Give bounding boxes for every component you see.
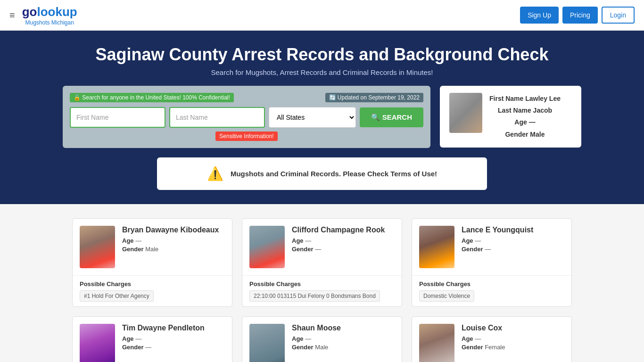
person-gender: Gender — bbox=[462, 246, 533, 253]
featured-person-card[interactable]: First Name Lawley Lee Last Name Jacob Ag… bbox=[440, 86, 581, 148]
featured-person-info: First Name Lawley Lee Last Name Jacob Ag… bbox=[489, 93, 561, 140]
mugshot bbox=[419, 226, 454, 268]
header-left: ≡ golookup Mugshots Michigan bbox=[9, 5, 77, 26]
hero-section: Saginaw County Arrest Records and Backgr… bbox=[0, 31, 644, 204]
person-card[interactable]: Louise Cox Age — Gender Female Possible … bbox=[412, 316, 572, 362]
login-button[interactable]: Login bbox=[602, 7, 635, 24]
alert-text: Mugshots and Criminal Records. Please Ch… bbox=[231, 170, 437, 178]
person-age: Age — bbox=[462, 237, 533, 244]
mugshot bbox=[249, 324, 285, 362]
person-name: Clifford Champagne Rook bbox=[292, 226, 385, 234]
search-top-bar: 🔒 Search for anyone in the United States… bbox=[70, 93, 423, 102]
person-gender: Gender Male bbox=[292, 344, 341, 351]
confidential-badge: 🔒 Search for anyone in the United States… bbox=[70, 93, 234, 102]
logo[interactable]: golookup Mugshots Michigan bbox=[22, 5, 77, 26]
person-name: Louise Cox bbox=[462, 324, 505, 332]
person-grid: Bryan Dawayne Kibodeaux Age — Gender Mal… bbox=[72, 218, 572, 362]
person-name: Bryan Dawayne Kibodeaux bbox=[122, 226, 219, 234]
charge-badge: Domestic Violence bbox=[419, 290, 474, 302]
person-age: Age — bbox=[292, 237, 385, 244]
person-details: Clifford Champagne Rook Age — Gender — bbox=[292, 226, 385, 254]
person-age: Age — bbox=[462, 335, 505, 342]
charges-label: Possible Charges bbox=[249, 280, 395, 288]
person-card-top: Bryan Dawayne Kibodeaux Age — Gender Mal… bbox=[73, 219, 232, 275]
person-age: Age — bbox=[292, 335, 341, 342]
header: ≡ golookup Mugshots Michigan Sign Up Pri… bbox=[0, 0, 644, 31]
charges-label: Possible Charges bbox=[80, 280, 225, 288]
signup-button[interactable]: Sign Up bbox=[520, 7, 559, 24]
charge-badge: 22:10:00 013115 Dui Felony 0 Bondsmans B… bbox=[249, 290, 380, 302]
person-gender: Gender — bbox=[122, 344, 205, 351]
first-name-input[interactable] bbox=[70, 107, 165, 128]
header-nav: Sign Up Pricing Login bbox=[520, 7, 635, 24]
mugshot bbox=[80, 226, 115, 268]
featured-person-avatar bbox=[449, 93, 482, 133]
alert-bar: ⚠️ Mugshots and Criminal Records. Please… bbox=[157, 157, 487, 190]
last-name-input[interactable] bbox=[169, 107, 265, 128]
charges-label: Possible Charges bbox=[419, 280, 564, 288]
person-gender: Gender Female bbox=[462, 344, 505, 351]
person-card-top: Tim Dwayne Pendleton Age — Gender — bbox=[73, 317, 232, 362]
person-details: Tim Dwayne Pendleton Age — Gender — bbox=[122, 324, 205, 352]
person-card-top: Clifford Champagne Rook Age — Gender — bbox=[242, 219, 402, 275]
person-age: Age — bbox=[122, 237, 219, 244]
featured-first-name: First Name Lawley Lee bbox=[489, 93, 561, 105]
person-card[interactable]: Clifford Champagne Rook Age — Gender — P… bbox=[242, 218, 402, 307]
featured-age: Age — bbox=[489, 116, 561, 128]
person-card[interactable]: Tim Dwayne Pendleton Age — Gender — Poss… bbox=[72, 316, 232, 362]
person-details: Bryan Dawayne Kibodeaux Age — Gender Mal… bbox=[122, 226, 219, 254]
person-card-top: Lance E Youngquist Age — Gender — bbox=[412, 219, 571, 275]
pricing-button[interactable]: Pricing bbox=[562, 7, 598, 24]
mugshot bbox=[249, 226, 285, 268]
menu-icon[interactable]: ≡ bbox=[9, 10, 15, 21]
person-name: Lance E Youngquist bbox=[462, 226, 533, 234]
charges-section: Possible Charges Domestic Violence bbox=[412, 275, 571, 306]
page-title: Saginaw County Arrest Records and Backgr… bbox=[9, 45, 635, 65]
updated-badge: 🔄 Updated on September 19, 2022 bbox=[325, 93, 423, 102]
person-name: Tim Dwayne Pendleton bbox=[122, 324, 205, 332]
search-container: 🔒 Search for anyone in the United States… bbox=[63, 86, 581, 148]
featured-last-name: Last Name Jacob bbox=[489, 105, 561, 116]
charges-section: Possible Charges #1 Hold For Other Agenc… bbox=[73, 275, 232, 306]
person-details: Shaun Moose Age — Gender Male bbox=[292, 324, 341, 352]
logo-text: golookup bbox=[22, 5, 77, 19]
search-button[interactable]: 🔍 SEARCH bbox=[360, 107, 423, 127]
person-card-top: Shaun Moose Age — Gender Male bbox=[242, 317, 402, 362]
person-card-top: Louise Cox Age — Gender Female bbox=[412, 317, 571, 362]
states-select[interactable]: All States bbox=[269, 107, 356, 128]
sensitive-badge: Sensitive Information! bbox=[215, 132, 277, 141]
mugshot bbox=[80, 324, 115, 362]
person-details: Louise Cox Age — Gender Female bbox=[462, 324, 505, 352]
person-card[interactable]: Bryan Dawayne Kibodeaux Age — Gender Mal… bbox=[72, 218, 232, 307]
person-name: Shaun Moose bbox=[292, 324, 341, 332]
search-box: 🔒 Search for anyone in the United States… bbox=[63, 86, 430, 148]
charges-section: Possible Charges 22:10:00 013115 Dui Fel… bbox=[242, 275, 402, 306]
charge-badge: #1 Hold For Other Agency bbox=[80, 290, 154, 302]
person-gender: Gender — bbox=[292, 246, 385, 253]
featured-gender: Gender Male bbox=[489, 129, 561, 140]
page-subtitle: Search for Mugshots, Arrest Records and … bbox=[9, 68, 635, 76]
alert-icon: ⚠️ bbox=[207, 166, 223, 181]
search-inputs: All States 🔍 SEARCH bbox=[70, 107, 423, 128]
person-age: Age — bbox=[122, 335, 205, 342]
person-card[interactable]: Lance E Youngquist Age — Gender — Possib… bbox=[412, 218, 572, 307]
person-gender: Gender Male bbox=[122, 246, 219, 253]
person-card[interactable]: Shaun Moose Age — Gender Male Possible C… bbox=[242, 316, 402, 362]
person-details: Lance E Youngquist Age — Gender — bbox=[462, 226, 533, 254]
logo-subtitle: Mugshots Michigan bbox=[22, 19, 77, 26]
main-content: Bryan Dawayne Kibodeaux Age — Gender Mal… bbox=[63, 218, 581, 362]
mugshot bbox=[419, 324, 454, 362]
